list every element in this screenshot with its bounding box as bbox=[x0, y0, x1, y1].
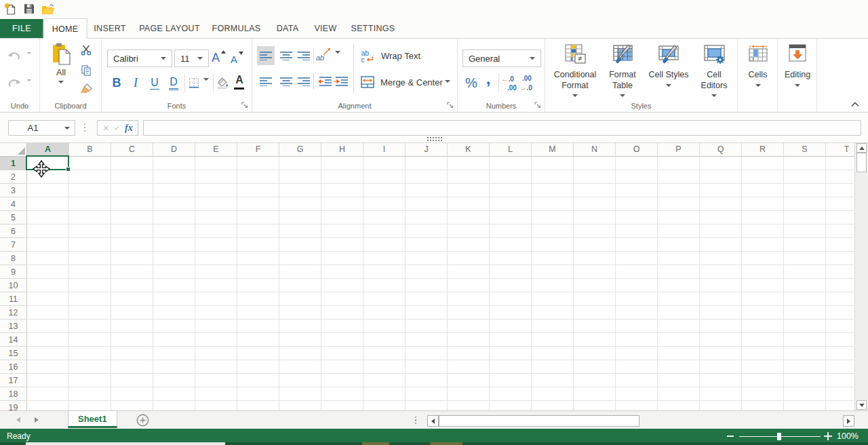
scroll-up-button[interactable] bbox=[856, 143, 867, 153]
bold-button[interactable]: B bbox=[109, 74, 124, 92]
name-box[interactable]: A1 bbox=[8, 120, 75, 136]
borders-dropdown-arrow[interactable] bbox=[203, 81, 209, 93]
editing-button[interactable]: Editing bbox=[778, 40, 817, 101]
open-file-button[interactable] bbox=[41, 2, 56, 16]
vertical-scrollbar-thumb[interactable] bbox=[856, 153, 867, 172]
column-header-R[interactable]: R bbox=[742, 142, 784, 157]
enter-button[interactable]: ✓ bbox=[114, 123, 121, 133]
undo-dropdown-arrow[interactable] bbox=[27, 54, 31, 66]
sheet-cells[interactable] bbox=[27, 157, 868, 410]
tab-file[interactable]: FILE bbox=[0, 19, 43, 38]
number-format-combobox[interactable]: General bbox=[462, 50, 541, 67]
row-header-9[interactable]: 9 bbox=[0, 265, 27, 279]
scroll-left-button[interactable] bbox=[427, 415, 439, 427]
paste-button[interactable]: All bbox=[51, 43, 71, 83]
borders-button[interactable] bbox=[187, 74, 201, 92]
insert-function-button[interactable]: fx bbox=[125, 123, 133, 134]
format-table-button[interactable]: FormatTable bbox=[601, 40, 644, 101]
comma-style-button[interactable]: , bbox=[482, 70, 494, 88]
vertical-scrollbar[interactable] bbox=[854, 142, 868, 410]
row-header-13[interactable]: 13 bbox=[0, 320, 27, 333]
formula-bar-grip[interactable] bbox=[83, 121, 86, 134]
column-header-S[interactable]: S bbox=[784, 142, 826, 157]
column-header-K[interactable]: K bbox=[448, 142, 490, 157]
zoom-out-button[interactable] bbox=[727, 436, 734, 437]
align-middle-button[interactable] bbox=[277, 46, 295, 65]
grow-font-button[interactable]: A bbox=[210, 50, 226, 67]
column-header-I[interactable]: I bbox=[363, 142, 406, 157]
select-all-corner[interactable] bbox=[0, 142, 27, 157]
row-header-7[interactable]: 7 bbox=[0, 238, 27, 252]
align-left-button[interactable] bbox=[257, 72, 275, 91]
column-header-G[interactable]: G bbox=[279, 142, 321, 157]
decrease-decimal-button[interactable]: ←.0 .00 bbox=[501, 75, 519, 92]
row-header-18[interactable]: 18 bbox=[0, 387, 27, 401]
scroll-right-button[interactable] bbox=[843, 415, 854, 427]
wrap-text-button[interactable]: ab c Wrap Text bbox=[361, 47, 420, 64]
column-header-D[interactable]: D bbox=[153, 142, 195, 157]
tab-data[interactable]: DATA bbox=[269, 18, 307, 39]
redo-dropdown-arrow[interactable] bbox=[27, 81, 31, 94]
row-header-14[interactable]: 14 bbox=[0, 333, 27, 347]
align-top-button[interactable] bbox=[257, 46, 275, 65]
row-header-15[interactable]: 15 bbox=[0, 347, 27, 360]
zoom-in-button[interactable] bbox=[824, 432, 832, 440]
collapse-ribbon-chevron-icon[interactable] bbox=[850, 101, 860, 107]
merge-center-dropdown-arrow[interactable] bbox=[445, 83, 450, 95]
cells-button[interactable]: Cells bbox=[738, 40, 778, 101]
column-header-F[interactable]: F bbox=[237, 142, 279, 157]
font-color-button[interactable]: A bbox=[233, 74, 246, 92]
add-sheet-button[interactable] bbox=[136, 414, 149, 427]
column-header-H[interactable]: H bbox=[321, 142, 363, 157]
horizontal-scrollbar-thumb[interactable] bbox=[439, 415, 639, 427]
cancel-button[interactable]: ✕ bbox=[102, 123, 109, 133]
shrink-font-button[interactable]: A bbox=[229, 51, 244, 67]
sheet-bar-grip[interactable] bbox=[414, 416, 417, 425]
zoom-slider-thumb[interactable] bbox=[777, 433, 781, 440]
row-header-17[interactable]: 17 bbox=[0, 374, 27, 387]
align-center-button[interactable] bbox=[277, 72, 295, 91]
tab-page-layout[interactable]: PAGE LAYOUT bbox=[131, 18, 208, 39]
increase-indent-button[interactable] bbox=[332, 72, 350, 91]
merge-center-button[interactable]: Merge & Center bbox=[361, 73, 443, 91]
row-header-10[interactable]: 10 bbox=[0, 279, 27, 292]
increase-decimal-button[interactable]: .00 →.0 bbox=[519, 75, 537, 92]
italic-button[interactable]: I bbox=[129, 74, 142, 92]
row-header-2[interactable]: 2 bbox=[0, 170, 27, 184]
align-bottom-button[interactable] bbox=[295, 46, 313, 65]
cell-styles-button[interactable]: Cell Styles bbox=[647, 40, 690, 101]
column-header-N[interactable]: N bbox=[574, 142, 616, 157]
font-size-combobox[interactable]: 11 bbox=[174, 50, 209, 67]
row-header-8[interactable]: 8 bbox=[0, 252, 27, 265]
row-header-11[interactable]: 11 bbox=[0, 292, 27, 306]
orientation-button[interactable]: ab bbox=[316, 47, 331, 64]
row-header-16[interactable]: 16 bbox=[0, 360, 27, 374]
row-header-5[interactable]: 5 bbox=[0, 211, 27, 225]
scroll-down-button[interactable] bbox=[856, 400, 867, 410]
fill-color-button[interactable] bbox=[215, 74, 230, 92]
tab-settings[interactable]: SETTINGS bbox=[343, 18, 403, 39]
redo-button[interactable] bbox=[5, 76, 23, 90]
cut-button[interactable] bbox=[79, 44, 93, 56]
tab-insert[interactable]: INSERT bbox=[85, 18, 134, 39]
align-right-button[interactable] bbox=[295, 72, 313, 91]
new-file-button[interactable] bbox=[3, 2, 18, 16]
tab-view[interactable]: VIEW bbox=[306, 18, 344, 39]
orientation-dropdown-arrow[interactable] bbox=[335, 54, 340, 66]
tab-formulas[interactable]: FORMULAS bbox=[204, 18, 269, 39]
column-header-J[interactable]: J bbox=[406, 142, 448, 157]
column-header-O[interactable]: O bbox=[616, 142, 658, 157]
row-header-1[interactable]: 1 bbox=[0, 157, 27, 170]
column-header-B[interactable]: B bbox=[69, 142, 111, 157]
row-header-12[interactable]: 12 bbox=[0, 306, 27, 320]
row-header-6[interactable]: 6 bbox=[0, 225, 27, 238]
sheet-tab-sheet1[interactable]: Sheet1 bbox=[68, 410, 117, 428]
next-sheet-button[interactable] bbox=[35, 417, 39, 423]
font-name-combobox[interactable]: Calibri bbox=[107, 50, 172, 67]
formula-input[interactable] bbox=[143, 120, 861, 136]
formula-bar-resize-handle[interactable] bbox=[426, 137, 443, 141]
column-header-C[interactable]: C bbox=[111, 142, 153, 157]
underline-button[interactable]: U bbox=[146, 74, 163, 92]
undo-button[interactable] bbox=[5, 49, 23, 62]
row-header-3[interactable]: 3 bbox=[0, 184, 27, 197]
